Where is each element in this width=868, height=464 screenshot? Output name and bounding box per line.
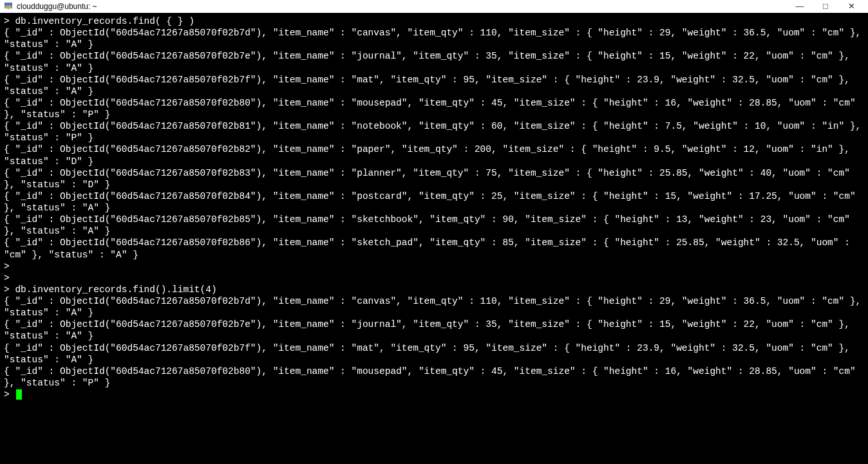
close-button[interactable]: ✕ [838, 1, 864, 12]
terminal-line: { "_id" : ObjectId("60d54ac71267a85070f0… [4, 295, 864, 319]
terminal-line: { "_id" : ObjectId("60d54ac71267a85070f0… [4, 97, 864, 120]
terminal-line: > [4, 272, 864, 284]
terminal-line: { "_id" : ObjectId("60d54ac71267a85070f0… [4, 319, 864, 342]
minimize-button[interactable]: — [787, 1, 813, 12]
terminal-prompt-line[interactable]: > [4, 389, 864, 400]
terminal-line: > [4, 261, 864, 272]
window-title: cloudduggu@ubuntu: ~ [17, 2, 97, 12]
terminal-line: { "_id" : ObjectId("60d54ac71267a85070f0… [4, 190, 864, 214]
terminal-line: { "_id" : ObjectId("60d54ac71267a85070f0… [4, 50, 864, 73]
terminal-line: { "_id" : ObjectId("60d54ac71267a85070f0… [4, 167, 864, 190]
terminal-line: { "_id" : ObjectId("60d54ac71267a85070f0… [4, 366, 864, 389]
terminal-output[interactable]: > db.inventory_records.find( { } ){ "_id… [0, 13, 868, 400]
svg-rect-1 [5, 6, 12, 8]
terminal-line: { "_id" : ObjectId("60d54ac71267a85070f0… [4, 237, 864, 260]
terminal-line: { "_id" : ObjectId("60d54ac71267a85070f0… [4, 27, 864, 50]
terminal-line: { "_id" : ObjectId("60d54ac71267a85070f0… [4, 74, 864, 97]
terminal-line: { "_id" : ObjectId("60d54ac71267a85070f0… [4, 342, 864, 366]
maximize-button[interactable]: □ [813, 1, 838, 12]
putty-icon [4, 2, 13, 11]
terminal-line: > db.inventory_records.find().limit(4) [4, 284, 864, 295]
terminal-line: { "_id" : ObjectId("60d54ac71267a85070f0… [4, 214, 864, 237]
terminal-line: > db.inventory_records.find( { } ) [4, 15, 864, 27]
terminal-line: { "_id" : ObjectId("60d54ac71267a85070f0… [4, 120, 864, 144]
window-titlebar: cloudduggu@ubuntu: ~ — □ ✕ [0, 0, 868, 13]
cursor [16, 389, 22, 400]
terminal-line: { "_id" : ObjectId("60d54ac71267a85070f0… [4, 144, 864, 167]
